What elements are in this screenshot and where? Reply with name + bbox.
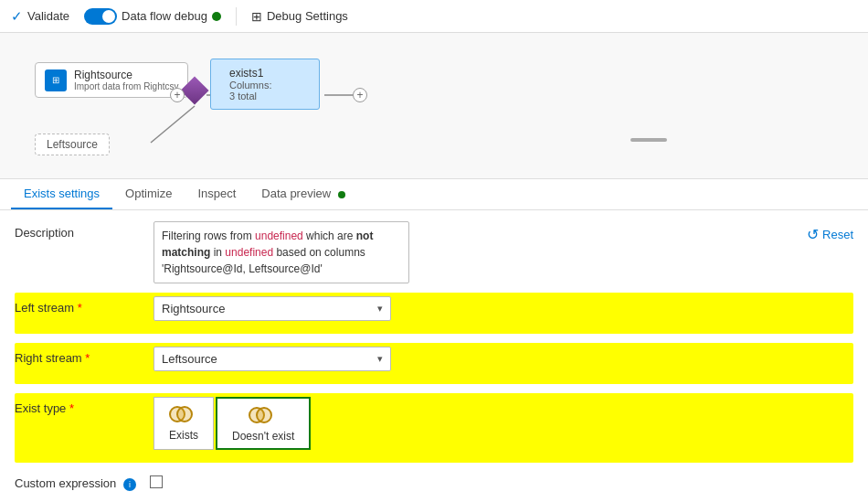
debug-label: Data flow debug	[122, 9, 207, 23]
right-stream-row: Right stream * Leftsource ▾	[15, 347, 853, 371]
doesnt-exist-venn-icon	[249, 404, 278, 426]
rightsource-icon: ⊞	[45, 69, 67, 91]
left-stream-section: Left stream * Rightsource ▾	[15, 293, 853, 334]
left-stream-row: Left stream * Rightsource ▾	[15, 296, 853, 321]
right-stream-chevron: ▾	[377, 353, 383, 365]
debug-status-dot	[212, 12, 221, 21]
rightsource-sub: Import data from Rightcsv	[74, 81, 178, 91]
exists-columns-label: Columns:	[229, 80, 301, 91]
doesnt-exist-option[interactable]: Doesn't exist	[216, 397, 311, 450]
leftsource-label: Leftsource	[47, 138, 98, 151]
tab-data-preview[interactable]: Data preview	[249, 179, 358, 209]
doesnt-exist-option-label: Doesn't exist	[232, 430, 294, 443]
checkmark-icon: ✓	[11, 8, 23, 25]
exist-type-label: Exist type *	[15, 397, 143, 415]
exists-node-label: exists1	[229, 67, 301, 80]
custom-expression-checkbox[interactable]	[150, 475, 163, 488]
left-stream-chevron: ▾	[377, 303, 383, 315]
info-icon[interactable]: i	[123, 478, 136, 491]
description-label: Description	[15, 221, 143, 240]
debug-settings-label: Debug Settings	[267, 9, 348, 23]
add-right-button[interactable]: +	[353, 88, 367, 102]
right-stream-section: Right stream * Leftsource ▾	[15, 343, 853, 384]
exists-columns-value: 3 total	[229, 91, 301, 101]
reset-label: Reset	[822, 228, 853, 241]
canvas-area: ⊞ Rightsource Import data from Rightcsv …	[0, 33, 868, 179]
custom-expression-row: Custom expression i	[15, 472, 853, 491]
exists-venn-icon	[169, 403, 198, 425]
rightsource-label: Rightsource	[74, 69, 178, 81]
debug-toggle[interactable]	[84, 8, 117, 25]
rightsource-node[interactable]: ⊞ Rightsource Import data from Rightcsv	[35, 62, 188, 98]
exist-type-row: Exist type * Exists Doesn't exist	[15, 397, 853, 450]
reset-icon: ↺	[807, 226, 819, 243]
toolbar: ✓ Validate Data flow debug ⊞ Debug Setti…	[0, 0, 868, 33]
custom-expression-label: Custom expression i	[15, 472, 143, 491]
exist-type-section: Exist type * Exists Doesn't exist	[15, 393, 853, 463]
toolbar-divider	[236, 7, 237, 26]
right-stream-dropdown[interactable]: Leftsource ▾	[153, 347, 391, 371]
debug-settings-button[interactable]: ⊞ Debug Settings	[251, 9, 348, 24]
collapse-bar[interactable]	[630, 138, 667, 142]
reset-button[interactable]: ↺ Reset	[807, 221, 853, 243]
left-stream-label: Left stream *	[15, 296, 143, 315]
data-preview-dot	[338, 191, 345, 198]
svg-line-3	[151, 106, 195, 143]
tabs-bar: Exists settings Optimize Inspect Data pr…	[0, 179, 868, 210]
tab-exists-settings[interactable]: Exists settings	[11, 179, 112, 209]
exist-type-options: Exists Doesn't exist	[153, 397, 311, 450]
left-stream-dropdown[interactable]: Rightsource ▾	[153, 296, 391, 321]
validate-label: Validate	[27, 9, 69, 23]
tab-optimize[interactable]: Optimize	[112, 179, 185, 209]
tab-inspect[interactable]: Inspect	[185, 179, 249, 209]
description-box: Filtering rows from undefined which are …	[153, 221, 409, 283]
right-stream-value: Leftsource	[162, 352, 217, 366]
validate-button[interactable]: ✓ Validate	[11, 8, 69, 25]
exists-node[interactable]: exists1 Columns: 3 total	[210, 59, 320, 110]
debug-toggle-group: Data flow debug	[84, 8, 221, 25]
exists-option-label: Exists	[169, 429, 198, 442]
settings-panel: Description Filtering rows from undefine…	[0, 210, 868, 498]
right-stream-label: Right stream *	[15, 347, 143, 365]
settings-icon: ⊞	[251, 9, 262, 24]
add-left-button[interactable]: +	[170, 88, 185, 102]
leftsource-node[interactable]: Leftsource	[35, 134, 110, 155]
exists-option[interactable]: Exists	[153, 397, 214, 450]
description-row: Description Filtering rows from undefine…	[15, 221, 853, 283]
left-stream-value: Rightsource	[162, 302, 225, 315]
